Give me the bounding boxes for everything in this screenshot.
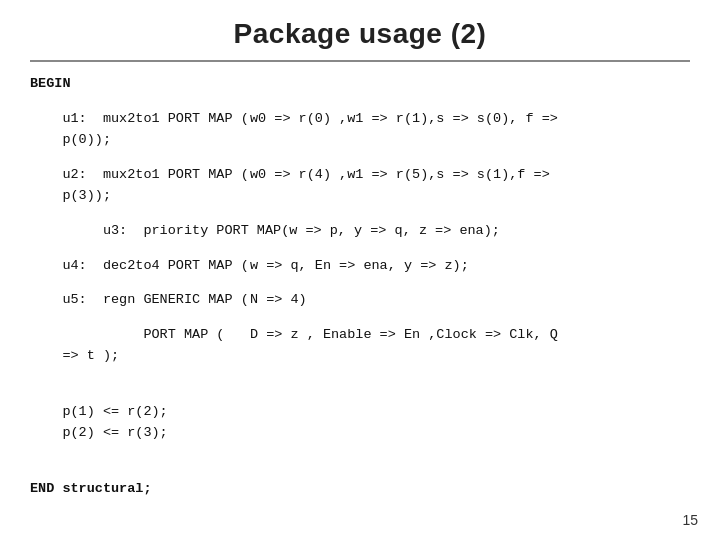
page: Package usage (2) BEGIN u1: mux2to1 PORT…: [0, 0, 720, 540]
u2-right: w0 => r(4) ,w1 => r(5),s => s(1),f =>: [250, 165, 690, 186]
u5-right: N => 4): [250, 290, 690, 311]
u3-right: (w => p, y => q, z => ena);: [281, 221, 690, 242]
u4-left: u4: dec2to4 PORT MAP (: [30, 256, 250, 277]
page-title: Package usage (2): [30, 18, 690, 50]
u1-row: u1: mux2to1 PORT MAP ( p(0)); w0 => r(0)…: [30, 109, 690, 151]
u5-left: u5: regn GENERIC MAP (: [30, 290, 250, 311]
u1-right: w0 => r(0) ,w1 => r(1),s => s(0), f =>: [250, 109, 690, 130]
code-block: BEGIN u1: mux2to1 PORT MAP ( p(0)); w0 =…: [30, 74, 690, 500]
page-number: 15: [682, 512, 698, 528]
u4-right: w => q, En => ena, y => z);: [250, 256, 690, 277]
clock-text: Clock: [436, 327, 477, 342]
u2-row: u2: mux2to1 PORT MAP ( p(3)); w0 => r(4)…: [30, 165, 690, 207]
portmap-row: PORT MAP ( => t ); D => z , Enable => En…: [30, 325, 690, 367]
portmap-right: D => z , Enable => En ,Clock => Clk, Q: [250, 325, 690, 346]
u4-row: u4: dec2to4 PORT MAP ( w => q, En => ena…: [30, 256, 690, 277]
u3-left: u3: priority PORT MAP: [30, 221, 281, 242]
u3-row: u3: priority PORT MAP (w => p, y => q, z…: [30, 221, 690, 242]
divider: [30, 60, 690, 62]
begin-label: BEGIN: [30, 74, 690, 95]
assignments: p(1) <= r(2); p(2) <= r(3);: [30, 381, 690, 444]
end-label: END structural;: [30, 458, 690, 500]
u2-left: u2: mux2to1 PORT MAP ( p(3));: [30, 165, 250, 207]
begin-keyword: BEGIN: [30, 76, 71, 91]
portmap-left: PORT MAP ( => t );: [30, 325, 250, 367]
end-keyword: END structural;: [30, 481, 152, 496]
u5-row: u5: regn GENERIC MAP ( N => 4): [30, 290, 690, 311]
u1-left: u1: mux2to1 PORT MAP ( p(0));: [30, 109, 250, 151]
